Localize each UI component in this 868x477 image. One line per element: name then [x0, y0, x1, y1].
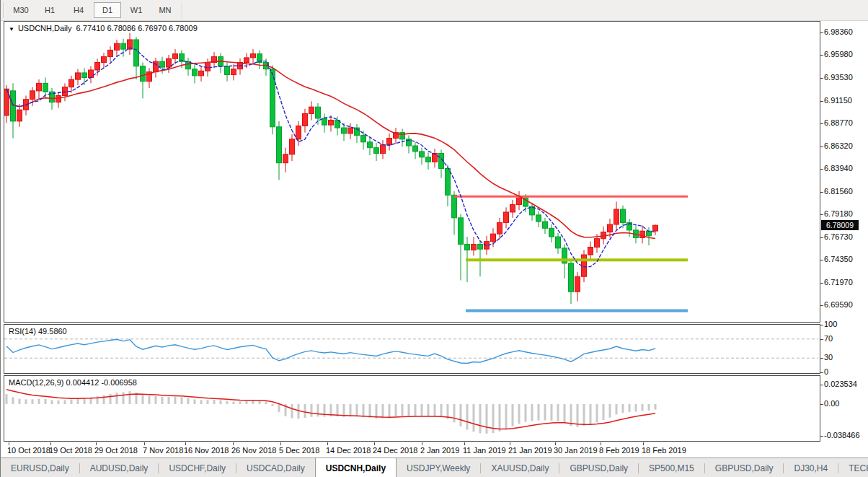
candle — [270, 69, 275, 127]
candle — [491, 234, 496, 242]
price-axis-label: 6.93530 — [824, 73, 853, 82]
chart-tab-usdchf-daily[interactable]: USDCHF,Daily — [159, 458, 236, 477]
chart-tab-gbpusd-daily[interactable]: GBPUSD,Daily — [705, 458, 784, 477]
price-axis-tick — [820, 283, 823, 284]
candle — [497, 222, 502, 234]
macd-axis-tick — [820, 385, 823, 385]
price-axis-tick — [820, 260, 823, 261]
rsi-chart[interactable] — [4, 325, 818, 372]
candle — [134, 40, 139, 66]
candlestick-chart[interactable] — [4, 22, 818, 320]
candle — [63, 87, 68, 96]
rsi-axis-tick — [820, 325, 823, 325]
candle — [173, 54, 178, 59]
date-axis-label: 14 Dec 2018 — [326, 446, 371, 455]
price-axis-label: 6.86320 — [824, 141, 853, 150]
candle — [387, 139, 392, 145]
macd-panel[interactable]: MACD(12,26,9) 0.004412 -0.006958 — [4, 375, 820, 442]
chart-tab-sp500-m15[interactable]: SP500,M15 — [639, 458, 704, 477]
rsi-axis-tick — [820, 372, 823, 373]
rsi-axis-label: 100 — [824, 320, 837, 328]
candle — [205, 62, 211, 71]
price-axis-tick — [820, 32, 823, 33]
candle — [30, 91, 35, 100]
candle — [471, 245, 477, 250]
candle — [160, 61, 165, 67]
date-axis-label: 18 Feb 2019 — [642, 446, 686, 455]
date-axis-label: 19 Oct 2018 — [49, 446, 92, 455]
price-axis-tick — [820, 192, 823, 193]
price-axis-tick — [820, 123, 823, 124]
date-axis-tick — [510, 442, 510, 445]
timeframe-button-mn[interactable]: MN — [151, 2, 179, 18]
candle — [433, 154, 438, 162]
ma-slow-line — [6, 61, 655, 239]
macd-axis-label: 0.023534 — [824, 380, 857, 388]
price-chart-panel[interactable]: ▼USDCNH,Daily 6.77410 6.78086 6.76970 6.… — [4, 21, 820, 323]
candle — [89, 70, 94, 78]
candle — [82, 73, 87, 78]
timeframe-button-m30[interactable]: M30 — [7, 2, 35, 18]
date-axis[interactable]: 10 Oct 201819 Oct 201829 Oct 20187 Nov 2… — [4, 442, 868, 458]
macd-values: 0.004412 -0.006958 — [66, 378, 136, 387]
price-axis-label: 6.69590 — [824, 300, 853, 309]
chart-tab-dj30-h4[interactable]: DJ30,H4 — [784, 458, 838, 477]
date-axis-label: 10 Oct 2018 — [7, 446, 50, 455]
candle — [621, 209, 626, 222]
price-axis-label: 6.98360 — [824, 27, 853, 36]
candle — [446, 169, 451, 196]
chart-tab-usdcnh-daily[interactable]: USDCNH,Daily — [315, 458, 397, 477]
candle — [478, 245, 483, 250]
date-axis-tick — [96, 442, 97, 445]
candle — [167, 58, 172, 67]
chart-tab-audusd-daily[interactable]: AUDUSD,Daily — [80, 458, 159, 477]
date-axis-tick — [601, 442, 601, 445]
timeframe-button-h1[interactable]: H1 — [36, 2, 63, 18]
candle — [277, 127, 282, 163]
candle — [95, 62, 100, 70]
date-axis-tick — [233, 442, 234, 445]
symbol-dropdown-icon[interactable]: ▼ — [9, 26, 14, 32]
date-axis-tick — [9, 442, 9, 445]
candle — [381, 145, 386, 154]
date-axis-tick — [374, 442, 375, 445]
trading-terminal-window: M30H1H4D1W1MN ▼USDCNH,Daily 6.77410 6.78… — [0, 0, 868, 477]
candle — [517, 198, 522, 204]
date-axis-label: 11 Jan 2019 — [463, 446, 506, 455]
chart-tab-usdjpy-weekly[interactable]: USDJPY,Weekly — [397, 458, 480, 477]
timeframe-button-w1[interactable]: W1 — [123, 2, 150, 18]
price-axis-label: 6.91150 — [824, 96, 852, 105]
candle — [251, 54, 256, 58]
candle — [342, 128, 347, 134]
toolbar-separator — [182, 2, 183, 18]
timeframe-button-d1[interactable]: D1 — [94, 2, 121, 18]
chart-tab-xauusd-daily[interactable]: XAUUSD,Daily — [481, 458, 559, 477]
candle — [76, 73, 81, 79]
candle — [588, 248, 593, 255]
candle — [154, 61, 159, 71]
current-price-badge: 6.78009 — [821, 220, 859, 230]
price-axis-label: 6.74350 — [824, 255, 853, 263]
candle — [192, 69, 198, 76]
candle — [426, 157, 431, 162]
rsi-axis-label: 70 — [824, 334, 833, 343]
candle — [374, 148, 379, 154]
date-axis-label: 29 Oct 2018 — [94, 446, 138, 455]
rsi-label: RSI(14) 49.5860 — [9, 327, 67, 336]
chart-tab-usdcad-daily[interactable]: USDCAD,Daily — [236, 458, 315, 477]
date-axis-label: 26 Nov 2018 — [231, 446, 276, 455]
chart-tab-gbpusd-daily[interactable]: GBPUSD,Daily — [559, 458, 638, 477]
candle — [225, 66, 230, 75]
date-axis-label: 8 Feb 2019 — [599, 446, 639, 455]
chart-tab-eurusd-daily[interactable]: EURUSD,Daily — [1, 458, 79, 477]
candle — [329, 121, 334, 126]
rsi-panel[interactable]: RSI(14) 49.5860 — [4, 324, 820, 374]
candle — [17, 110, 22, 121]
macd-axis-label: -0.038466 — [824, 431, 860, 439]
chart-tab-tech100[interactable]: TECH100 — [838, 458, 868, 477]
timeframe-button-h4[interactable]: H4 — [65, 2, 92, 18]
date-axis-label: 21 Jan 2019 — [508, 446, 552, 455]
candle — [121, 43, 126, 49]
candle — [556, 237, 561, 248]
price-axis-label: 6.95980 — [824, 50, 853, 58]
